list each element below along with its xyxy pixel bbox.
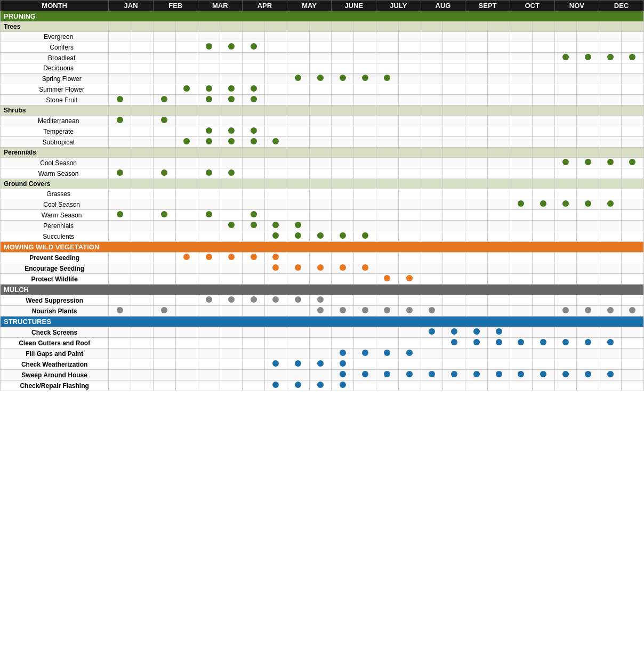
dot [562,200,569,207]
dot [607,371,614,377]
dot [251,211,257,217]
dot [562,159,569,165]
category-trees: Trees [1,22,644,32]
dot [206,96,212,102]
june-header: JUNE [332,1,376,11]
dot [117,96,123,102]
may-header: MAY [287,1,332,11]
dot [228,138,235,144]
dot [406,350,413,356]
row-encourage-seeding: Encourage Seeding [1,263,644,274]
row-deciduous: Deciduous [1,63,644,74]
dot [540,339,546,345]
dot [362,232,368,239]
dot [607,54,614,60]
dot [362,350,368,356]
row-cool-season-grasses: Cool Season [1,199,644,210]
dot [228,169,235,176]
dot [228,127,235,134]
row-warm-season-grasses: Warm Season [1,210,644,221]
row-stone-fruit: Stone Fruit [1,95,644,106]
dot [295,382,301,388]
july-header: JULY [376,1,421,11]
dot [362,307,368,313]
dot [451,339,457,345]
feb-header: FEB [153,1,198,11]
dot [228,96,235,102]
dot [585,307,591,313]
dot [161,307,167,313]
dot [362,371,368,377]
dot [362,75,368,81]
dot [206,296,212,303]
dot [251,254,257,260]
dot [317,360,324,367]
dot [206,169,212,176]
dot [496,328,502,335]
row-grasses: Grasses [1,189,644,199]
dot [384,275,390,281]
dot [451,328,457,335]
dot [206,43,212,50]
sept-header: SEPT [465,1,510,11]
dot [496,339,502,345]
category-shrubs: Shrubs [1,106,644,116]
dot [228,85,235,92]
dot [340,360,346,367]
dot [206,254,212,260]
dot [317,75,324,81]
dot [117,307,123,313]
dot [317,264,324,271]
dot [251,85,257,92]
dot [251,43,257,50]
dot [585,159,591,165]
dot [562,307,569,313]
dot [272,254,279,260]
dot [518,339,524,345]
section-mowing: MOWING WILD VEGETATION [1,242,644,253]
dot [384,371,390,377]
dot [228,296,235,303]
dot [117,169,123,176]
month-header: MONTH [1,1,109,11]
dot [272,264,279,271]
row-weed-suppression: Weed Suppression [1,295,644,306]
row-check-flashing: Check/Repair Flashing [1,380,644,391]
dot [429,328,435,335]
row-subtropical: Subtropical [1,137,644,148]
dot [473,371,480,377]
dot [384,307,390,313]
row-warm-season-perennials: Warm Season [1,168,644,179]
dot [562,339,569,345]
dot [295,264,301,271]
row-check-weatherization: Check Weatherization [1,359,644,370]
nov-header: NOV [554,1,599,11]
row-conifers: Conifers [1,42,644,53]
row-prevent-seeding: Prevent Seeding [1,253,644,263]
dot [161,169,167,176]
dot [540,371,546,377]
dot [206,85,212,92]
dot [206,211,212,217]
calendar-table: MONTH JAN FEB MAR APR MAY JUNE JULY AUG … [0,0,644,391]
dot [518,371,524,377]
dot [629,307,635,313]
dot [272,296,279,303]
dot [340,382,346,388]
dot [340,307,346,313]
section-mulch: MULCH [1,285,644,295]
dot [228,254,235,260]
dot [272,232,279,239]
row-mediterranean: Mediterranean [1,116,644,126]
dot [585,200,591,207]
dot [295,296,301,303]
dot [183,254,190,260]
row-broadleaf: Broadleaf [1,53,644,63]
dot [585,371,591,377]
dot [295,232,301,239]
dot [406,371,413,377]
dot [562,54,569,60]
dot [206,127,212,134]
dot [317,232,324,239]
dot [317,296,324,303]
